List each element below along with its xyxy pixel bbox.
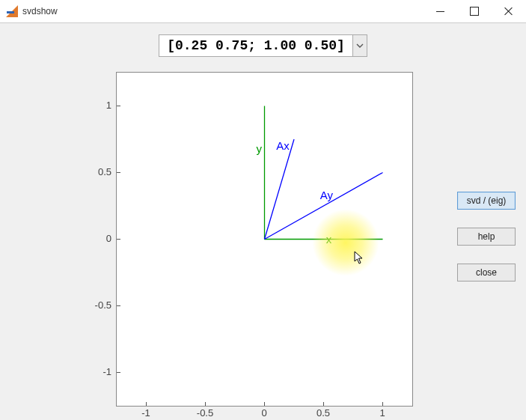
x-tick-label: 1	[370, 407, 396, 419]
window-controls	[423, 0, 526, 22]
y-tick-label: -1	[82, 366, 111, 377]
app-icon	[6, 5, 18, 17]
x-tick-label: -1	[133, 407, 159, 419]
x-tick-label: -0.5	[192, 407, 218, 419]
maximize-button[interactable]	[457, 0, 492, 22]
y-tick-label: 1	[82, 100, 111, 111]
svg-text:x: x	[326, 233, 332, 246]
x-tick-label: 0	[251, 407, 278, 419]
x-tick-label: 0.5	[311, 407, 337, 419]
svg-line-12	[265, 139, 295, 240]
svg-line-13	[265, 173, 383, 240]
button-column: svd / (eig) help close	[457, 192, 516, 281]
svd-eig-button[interactable]: svd / (eig)	[457, 192, 516, 210]
help-button[interactable]: help	[457, 228, 516, 246]
window-close-button[interactable]	[492, 0, 526, 22]
svg-text:Ay: Ay	[320, 189, 334, 201]
matrix-dropdown-button[interactable]	[353, 34, 367, 57]
titlebar: svdshow	[0, 0, 526, 23]
axes[interactable]: xyAxAy	[116, 72, 413, 407]
matrix-display[interactable]: [0.25 0.75; 1.00 0.50]	[159, 34, 353, 57]
matrix-row: [0.25 0.75; 1.00 0.50]	[0, 34, 526, 57]
svg-text:Ax: Ax	[276, 139, 290, 152]
figure-client: [0.25 0.75; 1.00 0.50] svd / (eig) help …	[0, 23, 526, 420]
window-title: svdshow	[22, 6, 58, 16]
y-tick-label: 0	[82, 233, 111, 244]
svg-text:y: y	[256, 142, 262, 155]
close-button[interactable]: close	[457, 264, 516, 281]
minimize-button[interactable]	[423, 0, 457, 22]
chevron-down-icon	[356, 43, 364, 48]
y-tick-label: 0.5	[82, 166, 111, 177]
y-tick-label: -0.5	[82, 299, 111, 311]
